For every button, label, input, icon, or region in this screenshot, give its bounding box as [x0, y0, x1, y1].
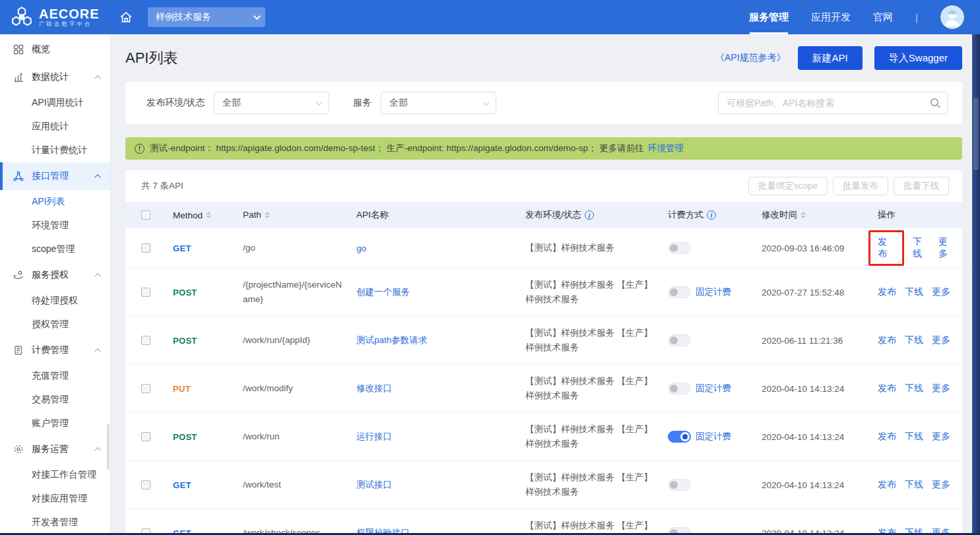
api-name-link[interactable]: 修改接口 — [356, 383, 392, 394]
offline-link[interactable]: 下线 — [905, 479, 923, 491]
page-header: API列表 《API规范参考》 新建API 导入Swagger — [125, 34, 962, 82]
billing-toggle[interactable] — [668, 286, 691, 298]
more-link[interactable]: 更多 — [938, 236, 956, 260]
sidebar-item-recharge-management[interactable]: 充值管理 — [0, 364, 110, 388]
more-link[interactable]: 更多 — [932, 479, 950, 491]
row-checkbox[interactable] — [141, 336, 150, 345]
more-link[interactable]: 更多 — [932, 383, 950, 394]
api-name-link[interactable]: go — [356, 243, 366, 253]
import-swagger-button[interactable]: 导入Swagger — [874, 46, 962, 70]
billing-type-link[interactable]: 固定计费 — [696, 431, 731, 443]
billing-type-link[interactable]: 固定计费 — [696, 383, 731, 394]
page-scrollbar[interactable] — [972, 34, 980, 535]
sidebar-scrollbar[interactable] — [107, 424, 110, 470]
billing-toggle[interactable] — [668, 334, 691, 346]
more-link[interactable]: 更多 — [932, 286, 950, 298]
select-all-checkbox[interactable] — [141, 210, 150, 220]
sidebar-item-label: 接口管理 — [32, 170, 69, 182]
page-scrollbar-thumb[interactable] — [973, 98, 979, 170]
publish-link[interactable]: 发布 — [878, 334, 896, 346]
modified-time: 2020-09-03 16:46:09 — [762, 243, 844, 253]
create-api-button[interactable]: 新建API — [798, 46, 863, 70]
column-header-env-status: 发布环境/状态 — [525, 208, 581, 222]
sort-icon[interactable] — [800, 212, 806, 218]
row-checkbox[interactable] — [141, 480, 150, 489]
sidebar-item-pending-authorization[interactable]: 待处理授权 — [0, 289, 110, 313]
offline-link[interactable]: 下线 — [905, 286, 923, 298]
sort-icon[interactable] — [206, 212, 211, 218]
api-name-link[interactable]: 运行接口 — [356, 431, 392, 443]
service-select[interactable]: 全部 — [381, 92, 496, 114]
sidebar-item-api-call-stats[interactable]: API调用统计 — [0, 91, 110, 115]
api-name-link[interactable]: 测试path参数请求 — [356, 334, 427, 346]
offline-link[interactable]: 下线 — [905, 334, 923, 346]
row-checkbox[interactable] — [141, 432, 150, 441]
sidebar-item-environment-management[interactable]: 环境管理 — [0, 214, 110, 237]
sidebar-item-overview[interactable]: 概览 — [0, 36, 110, 63]
billing-toggle[interactable] — [668, 383, 691, 394]
collapse-caret-icon[interactable] — [94, 75, 101, 81]
offline-link[interactable]: 下线 — [913, 236, 930, 260]
info-icon[interactable] — [585, 210, 594, 220]
env-status-select[interactable]: 全部 — [214, 92, 329, 114]
batch-bind-scope-button[interactable]: 批量绑定scope — [748, 177, 828, 195]
sidebar-group-service-authorization[interactable]: 服务授权 — [0, 261, 110, 289]
collapse-caret-icon[interactable] — [94, 173, 101, 180]
sidebar-item-app-integration[interactable]: 对接应用管理 — [0, 487, 110, 511]
sidebar-item-api-list[interactable]: API列表 — [0, 190, 110, 214]
chevron-down-icon — [253, 13, 261, 20]
user-avatar[interactable] — [940, 5, 964, 29]
table-row: PUT /work/modify 修改接口 【测试】样例技术服务 【生产】样例技… — [125, 365, 962, 413]
more-link[interactable]: 更多 — [932, 431, 950, 443]
sidebar-item-metering-billing-stats[interactable]: 计量计费统计 — [0, 139, 110, 162]
search-icon[interactable] — [929, 97, 941, 111]
offline-link[interactable]: 下线 — [905, 431, 923, 443]
billing-toggle[interactable] — [668, 479, 691, 491]
sidebar-item-developer-management[interactable]: 开发者管理 — [0, 511, 110, 534]
sidebar-item-transaction-management[interactable]: 交易管理 — [0, 388, 110, 412]
batch-offline-button[interactable]: 批量下线 — [894, 177, 949, 195]
sidebar-item-app-stats[interactable]: 应用统计 — [0, 115, 110, 139]
sidebar-item-account-management[interactable]: 账户管理 — [0, 412, 110, 435]
batch-publish-button[interactable]: 批量发布 — [833, 177, 888, 195]
api-path: /work/test — [243, 478, 281, 492]
sidebar-group-data-statistics[interactable]: 数据统计 — [0, 63, 110, 91]
collapse-caret-icon[interactable] — [94, 447, 101, 453]
topnav-official-site[interactable]: 官网 — [873, 0, 893, 34]
sidebar-item-scope-management[interactable]: scope管理 — [0, 237, 110, 261]
workspace-selector[interactable]: 样例技术服务 — [148, 7, 265, 27]
publish-link[interactable]: 发布 — [878, 286, 896, 298]
api-name-link[interactable]: 测试接口 — [356, 479, 392, 491]
row-checkbox[interactable] — [141, 384, 150, 393]
info-icon[interactable] — [707, 210, 716, 220]
collapse-caret-icon[interactable] — [94, 348, 101, 354]
home-icon[interactable] — [119, 10, 133, 24]
sort-icon[interactable] — [265, 212, 270, 218]
collapse-caret-icon[interactable] — [94, 272, 101, 279]
publish-link[interactable]: 发布 — [878, 383, 896, 394]
topnav-app-development[interactable]: 应用开发 — [811, 0, 851, 34]
billing-toggle[interactable] — [668, 431, 691, 443]
sidebar-item-workbench-integration[interactable]: 对接工作台管理 — [0, 463, 110, 487]
row-checkbox[interactable] — [141, 243, 150, 253]
sidebar-group-service-operation[interactable]: 服务运营 — [0, 435, 110, 463]
billing-toggle[interactable] — [668, 242, 691, 254]
billing-type-link[interactable]: 固定计费 — [696, 286, 731, 298]
api-name-link[interactable]: 创建一个服务 — [356, 286, 410, 298]
environment-management-link[interactable]: 环境管理 — [648, 142, 684, 154]
sidebar-item-authorization-management[interactable]: 授权管理 — [0, 313, 110, 336]
more-link[interactable]: 更多 — [932, 334, 950, 346]
publish-link[interactable]: 发布 — [878, 431, 896, 443]
row-checkbox[interactable] — [141, 288, 150, 297]
publish-link[interactable]: 发布 — [878, 479, 896, 491]
sidebar-group-api-management[interactable]: 接口管理 — [0, 162, 110, 190]
publish-link[interactable]: 发布 — [878, 236, 887, 259]
offline-link[interactable]: 下线 — [905, 383, 923, 394]
api-spec-reference-link[interactable]: 《API规范参考》 — [715, 52, 786, 64]
topbar: AECORE 广联达数字中台 样例技术服务 服务管理 应用开发 官网 | — [0, 0, 980, 34]
sidebar-group-billing-management[interactable]: 计费管理 — [0, 336, 110, 364]
brand: AECORE 广联达数字中台 — [0, 6, 111, 28]
search-input[interactable] — [718, 92, 948, 114]
sidebar-item-label: 概览 — [32, 44, 50, 55]
topnav-service-management[interactable]: 服务管理 — [749, 0, 789, 34]
